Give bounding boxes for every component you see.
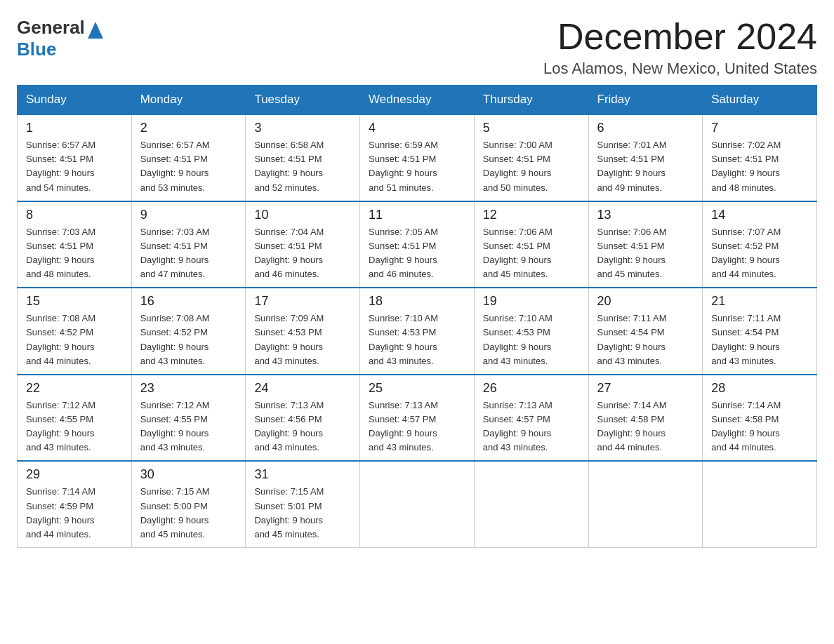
day-number: 21: [711, 294, 808, 309]
calendar-cell: 6 Sunrise: 7:01 AMSunset: 4:51 PMDayligh…: [588, 114, 703, 201]
calendar-cell: 25 Sunrise: 7:13 AMSunset: 4:57 PMDaylig…: [360, 375, 475, 462]
svg-marker-0: [88, 22, 103, 39]
week-row-3: 15 Sunrise: 7:08 AMSunset: 4:52 PMDaylig…: [18, 288, 817, 375]
calendar-cell: 13 Sunrise: 7:06 AMSunset: 4:51 PMDaylig…: [588, 201, 703, 288]
header-saturday: Saturday: [703, 86, 817, 115]
day-info: Sunrise: 7:12 AMSunset: 4:55 PMDaylight:…: [140, 400, 210, 452]
calendar-cell: 10 Sunrise: 7:04 AMSunset: 4:51 PMDaylig…: [246, 201, 360, 288]
day-info: Sunrise: 7:15 AMSunset: 5:00 PMDaylight:…: [140, 486, 210, 539]
calendar-cell: 19 Sunrise: 7:10 AMSunset: 4:53 PMDaylig…: [474, 288, 588, 375]
calendar-cell: 8 Sunrise: 7:03 AMSunset: 4:51 PMDayligh…: [18, 201, 132, 288]
day-number: 26: [483, 381, 580, 396]
day-number: 2: [140, 121, 237, 135]
day-info: Sunrise: 7:05 AMSunset: 4:51 PMDaylight:…: [369, 227, 438, 279]
weekday-header-row: Sunday Monday Tuesday Wednesday Thursday…: [18, 86, 817, 115]
day-number: 27: [597, 381, 694, 396]
day-info: Sunrise: 7:14 AMSunset: 4:59 PMDaylight:…: [26, 486, 95, 539]
header-tuesday: Tuesday: [246, 86, 360, 115]
week-row-4: 22 Sunrise: 7:12 AMSunset: 4:55 PMDaylig…: [18, 375, 817, 462]
calendar-cell: 1 Sunrise: 6:57 AMSunset: 4:51 PMDayligh…: [18, 114, 132, 201]
calendar-cell: 16 Sunrise: 7:08 AMSunset: 4:52 PMDaylig…: [131, 288, 246, 375]
logo-general-text: General: [17, 17, 85, 39]
day-info: Sunrise: 7:15 AMSunset: 5:01 PMDaylight:…: [254, 486, 324, 539]
calendar-cell: [360, 461, 475, 547]
day-number: 4: [369, 121, 465, 135]
day-number: 11: [369, 208, 465, 222]
week-row-2: 8 Sunrise: 7:03 AMSunset: 4:51 PMDayligh…: [18, 201, 817, 288]
day-number: 29: [26, 467, 123, 482]
day-number: 19: [483, 294, 580, 309]
calendar-cell: 2 Sunrise: 6:57 AMSunset: 4:51 PMDayligh…: [131, 114, 246, 201]
calendar-cell: 22 Sunrise: 7:12 AMSunset: 4:55 PMDaylig…: [18, 375, 132, 462]
day-number: 10: [254, 208, 351, 222]
day-number: 16: [140, 294, 237, 309]
calendar-cell: [588, 461, 703, 547]
day-info: Sunrise: 7:04 AMSunset: 4:51 PMDaylight:…: [254, 227, 324, 279]
calendar-cell: 27 Sunrise: 7:14 AMSunset: 4:58 PMDaylig…: [588, 375, 703, 462]
day-info: Sunrise: 7:13 AMSunset: 4:56 PMDaylight:…: [254, 400, 324, 452]
week-row-1: 1 Sunrise: 6:57 AMSunset: 4:51 PMDayligh…: [18, 114, 817, 201]
day-number: 8: [26, 208, 123, 222]
calendar-cell: 7 Sunrise: 7:02 AMSunset: 4:51 PMDayligh…: [703, 114, 817, 201]
calendar-cell: [703, 461, 817, 547]
day-number: 25: [369, 381, 465, 396]
day-info: Sunrise: 7:13 AMSunset: 4:57 PMDaylight:…: [483, 400, 552, 452]
title-block: December 2024 Los Alamos, New Mexico, Un…: [543, 17, 817, 78]
logo: General Blue: [17, 17, 103, 60]
day-number: 12: [483, 208, 580, 222]
day-info: Sunrise: 7:09 AMSunset: 4:53 PMDaylight:…: [254, 313, 324, 365]
day-number: 28: [711, 381, 808, 396]
calendar-table: Sunday Monday Tuesday Wednesday Thursday…: [17, 85, 817, 548]
day-info: Sunrise: 7:08 AMSunset: 4:52 PMDaylight:…: [140, 313, 210, 365]
day-number: 6: [597, 121, 694, 135]
header-thursday: Thursday: [474, 86, 588, 115]
day-number: 5: [483, 121, 580, 135]
calendar-cell: 23 Sunrise: 7:12 AMSunset: 4:55 PMDaylig…: [131, 375, 246, 462]
calendar-cell: 12 Sunrise: 7:06 AMSunset: 4:51 PMDaylig…: [474, 201, 588, 288]
header-friday: Friday: [588, 86, 703, 115]
day-info: Sunrise: 7:06 AMSunset: 4:51 PMDaylight:…: [483, 227, 552, 279]
day-number: 24: [254, 381, 351, 396]
day-info: Sunrise: 6:59 AMSunset: 4:51 PMDaylight:…: [369, 140, 438, 192]
page-header: General Blue December 2024 Los Alamos, N…: [17, 17, 817, 78]
day-info: Sunrise: 7:00 AMSunset: 4:51 PMDaylight:…: [483, 140, 552, 192]
calendar-cell: 20 Sunrise: 7:11 AMSunset: 4:54 PMDaylig…: [588, 288, 703, 375]
day-number: 17: [254, 294, 351, 309]
logo-triangle-icon: [88, 19, 103, 39]
day-number: 20: [597, 294, 694, 309]
location-title: Los Alamos, New Mexico, United States: [543, 60, 817, 78]
week-row-5: 29 Sunrise: 7:14 AMSunset: 4:59 PMDaylig…: [18, 461, 817, 547]
day-number: 13: [597, 208, 694, 222]
day-number: 1: [26, 121, 123, 135]
calendar-cell: 4 Sunrise: 6:59 AMSunset: 4:51 PMDayligh…: [360, 114, 475, 201]
day-number: 3: [254, 121, 351, 135]
day-info: Sunrise: 6:57 AMSunset: 4:51 PMDaylight:…: [26, 140, 95, 192]
day-info: Sunrise: 7:13 AMSunset: 4:57 PMDaylight:…: [369, 400, 438, 452]
day-info: Sunrise: 7:02 AMSunset: 4:51 PMDaylight:…: [711, 140, 781, 192]
calendar-cell: 3 Sunrise: 6:58 AMSunset: 4:51 PMDayligh…: [246, 114, 360, 201]
calendar-cell: 30 Sunrise: 7:15 AMSunset: 5:00 PMDaylig…: [131, 461, 246, 547]
calendar-cell: 15 Sunrise: 7:08 AMSunset: 4:52 PMDaylig…: [18, 288, 132, 375]
day-number: 7: [711, 121, 808, 135]
day-info: Sunrise: 7:03 AMSunset: 4:51 PMDaylight:…: [26, 227, 95, 279]
calendar-cell: 29 Sunrise: 7:14 AMSunset: 4:59 PMDaylig…: [18, 461, 132, 547]
month-title: December 2024: [543, 17, 817, 57]
calendar-cell: 28 Sunrise: 7:14 AMSunset: 4:58 PMDaylig…: [703, 375, 817, 462]
day-number: 14: [711, 208, 808, 222]
day-info: Sunrise: 6:57 AMSunset: 4:51 PMDaylight:…: [140, 140, 210, 192]
calendar-cell: 18 Sunrise: 7:10 AMSunset: 4:53 PMDaylig…: [360, 288, 475, 375]
header-monday: Monday: [131, 86, 246, 115]
day-info: Sunrise: 7:08 AMSunset: 4:52 PMDaylight:…: [26, 313, 95, 365]
day-number: 9: [140, 208, 237, 222]
day-info: Sunrise: 7:03 AMSunset: 4:51 PMDaylight:…: [140, 227, 210, 279]
calendar-cell: 14 Sunrise: 7:07 AMSunset: 4:52 PMDaylig…: [703, 201, 817, 288]
calendar-cell: 17 Sunrise: 7:09 AMSunset: 4:53 PMDaylig…: [246, 288, 360, 375]
day-info: Sunrise: 7:10 AMSunset: 4:53 PMDaylight:…: [483, 313, 552, 365]
day-info: Sunrise: 7:01 AMSunset: 4:51 PMDaylight:…: [597, 140, 667, 192]
calendar-cell: 5 Sunrise: 7:00 AMSunset: 4:51 PMDayligh…: [474, 114, 588, 201]
day-info: Sunrise: 7:14 AMSunset: 4:58 PMDaylight:…: [597, 400, 667, 452]
day-info: Sunrise: 7:11 AMSunset: 4:54 PMDaylight:…: [597, 313, 667, 365]
day-info: Sunrise: 7:12 AMSunset: 4:55 PMDaylight:…: [26, 400, 95, 452]
logo-blue-text: Blue: [17, 39, 56, 60]
calendar-cell: 31 Sunrise: 7:15 AMSunset: 5:01 PMDaylig…: [246, 461, 360, 547]
